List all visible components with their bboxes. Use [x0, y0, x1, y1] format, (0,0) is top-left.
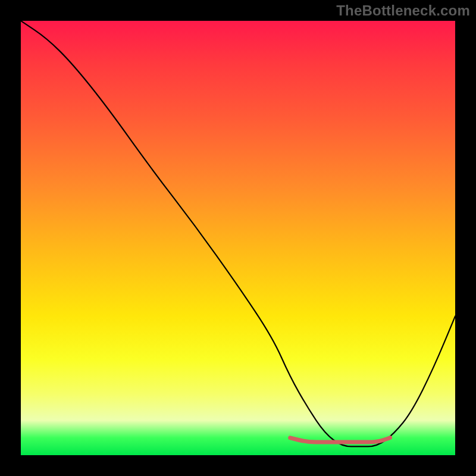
plot-area: [21, 21, 455, 455]
chart-svg: [21, 21, 455, 455]
optimal-zone-marker: [290, 438, 390, 442]
chart-frame: TheBottleneck.com: [0, 0, 476, 476]
watermark-text: TheBottleneck.com: [336, 2, 470, 19]
bottleneck-curve: [21, 21, 455, 446]
